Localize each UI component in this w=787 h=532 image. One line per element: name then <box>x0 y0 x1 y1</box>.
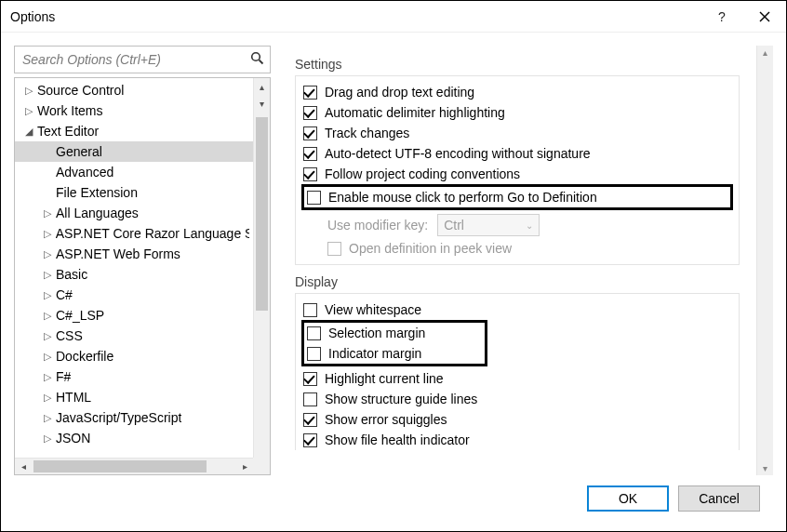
tree-item-label: General <box>56 144 102 159</box>
checkbox[interactable] <box>303 86 317 100</box>
checkbox-label: Show structure guide lines <box>325 392 477 406</box>
chevron-down-icon: ⌄ <box>526 220 533 231</box>
hscroll-thumb[interactable] <box>33 460 207 472</box>
tree-item[interactable]: ▷C#_LSP <box>15 305 253 326</box>
search-input[interactable] <box>20 51 250 68</box>
tree-item-label: HTML <box>56 390 91 405</box>
tree-item[interactable]: ▷CSS <box>15 326 253 346</box>
chevron-right-icon[interactable]: ▷ <box>41 392 54 404</box>
chevron-right-icon[interactable]: ▷ <box>41 351 54 363</box>
checkbox-row: Selection margin <box>307 323 482 343</box>
checkbox-label: Enable mouse click to perform Go to Defi… <box>328 190 597 205</box>
settings-group: Drag and drop text editingAutomatic deli… <box>295 75 740 265</box>
tree-item-label: Work Items <box>37 103 103 118</box>
help-button[interactable]: ? <box>700 1 743 33</box>
scroll-up-icon[interactable]: ▴ <box>763 47 767 58</box>
checkbox[interactable] <box>307 347 321 361</box>
scroll-right-icon[interactable]: ▸ <box>236 459 253 474</box>
tree-item[interactable]: ▷Source Control <box>15 80 253 100</box>
tree-item[interactable]: ◢Text Editor <box>15 121 253 141</box>
window-title: Options <box>10 9 700 24</box>
checkbox-label: Auto-detect UTF-8 encoding without signa… <box>325 146 591 161</box>
dialog-footer: OK Cancel <box>14 475 773 522</box>
chevron-right-icon[interactable]: ▷ <box>41 432 54 445</box>
chevron-down-icon[interactable]: ◢ <box>22 126 35 138</box>
svg-point-2 <box>252 53 260 61</box>
checkbox-row: View whitespace <box>301 299 733 320</box>
modifier-key-row: Use modifier key:Ctrl⌄ <box>301 212 733 238</box>
checkbox[interactable] <box>307 191 321 205</box>
checkbox[interactable] <box>303 433 317 447</box>
chevron-right-icon[interactable]: ▷ <box>41 412 54 424</box>
chevron-right-icon[interactable]: ▷ <box>41 228 54 240</box>
tree-horizontal-scrollbar[interactable]: ◂ ▸ <box>15 458 253 474</box>
tree-item[interactable]: General <box>15 141 253 162</box>
scroll-down-icon[interactable]: ▾ <box>763 463 767 473</box>
tree-vertical-scrollbar[interactable]: ▴ ▾ <box>253 78 270 458</box>
checkbox-label: Show file health indicator <box>325 432 470 447</box>
tree-item[interactable]: ▷ASP.NET Web Forms <box>15 244 253 264</box>
checkbox-row: Track changes <box>301 123 733 143</box>
tree-item[interactable]: ▷JSON <box>15 428 253 448</box>
checkbox-row: Automatic delimiter highlighting <box>301 102 733 123</box>
checkbox-label: Automatic delimiter highlighting <box>325 105 505 120</box>
checkbox[interactable] <box>303 372 317 386</box>
checkbox-label: Highlight current line <box>325 371 444 386</box>
checkbox[interactable] <box>303 126 317 140</box>
checkbox[interactable] <box>303 106 317 120</box>
checkbox[interactable] <box>303 147 317 161</box>
tree-item[interactable]: ▷Work Items <box>15 100 253 121</box>
checkbox[interactable] <box>303 303 317 317</box>
tree-item[interactable]: ▷ASP.NET Core Razor Language S <box>15 223 253 244</box>
panel-vertical-scrollbar[interactable]: ▴ ▾ <box>756 46 773 475</box>
tree-item[interactable]: ▷C# <box>15 285 253 305</box>
chevron-right-icon[interactable]: ▷ <box>41 207 54 219</box>
chevron-right-icon[interactable]: ▷ <box>41 289 54 301</box>
modifier-key-combo: Ctrl⌄ <box>437 214 540 236</box>
chevron-right-icon[interactable]: ▷ <box>41 330 54 342</box>
checkbox-row: Enable mouse click to perform Go to Defi… <box>307 187 727 207</box>
tree-item-label: Dockerfile <box>56 349 113 364</box>
checkbox[interactable] <box>303 167 317 181</box>
tree-item[interactable]: ▷All Languages <box>15 203 253 223</box>
tree-item[interactable]: ▷F# <box>15 366 253 387</box>
search-icon <box>250 51 264 68</box>
chevron-right-icon[interactable]: ▷ <box>22 105 35 117</box>
close-button[interactable] <box>743 1 786 33</box>
tree-item[interactable]: ▷JavaScript/TypeScript <box>15 407 253 428</box>
scroll-up-icon[interactable]: ▴ <box>254 78 270 95</box>
tree-item-label: Advanced <box>56 165 113 180</box>
tree-item[interactable]: File Extension <box>15 182 253 203</box>
chevron-right-icon[interactable]: ▷ <box>41 371 54 383</box>
ok-button[interactable]: OK <box>587 485 669 512</box>
tree-item[interactable]: ▷HTML <box>15 387 253 407</box>
chevron-right-icon[interactable]: ▷ <box>41 310 54 322</box>
checkbox[interactable] <box>307 326 321 340</box>
checkbox-label: Open definition in peek view <box>349 241 512 256</box>
search-box[interactable] <box>14 46 271 73</box>
modifier-key-label: Use modifier key: <box>327 218 428 233</box>
checkbox-row: Auto-detect UTF-8 encoding without signa… <box>301 143 733 164</box>
chevron-right-icon[interactable]: ▷ <box>41 269 54 281</box>
tree-item-label: Text Editor <box>37 124 99 139</box>
cancel-button[interactable]: Cancel <box>678 485 760 512</box>
checkbox-label: Follow project coding conventions <box>325 166 520 181</box>
settings-group-title: Settings <box>295 57 740 72</box>
tree-item[interactable]: ▷Basic <box>15 264 253 285</box>
chevron-right-icon[interactable]: ▷ <box>22 85 35 97</box>
highlighted-option: Enable mouse click to perform Go to Defi… <box>301 184 733 210</box>
checkbox[interactable] <box>303 392 317 406</box>
tree-item[interactable]: ▷Dockerfile <box>15 346 253 366</box>
category-tree: ▷Source Control▷Work Items◢Text EditorGe… <box>14 77 271 475</box>
svg-line-3 <box>260 60 263 64</box>
chevron-right-icon[interactable]: ▷ <box>41 248 54 260</box>
scroll-left-icon[interactable]: ◂ <box>15 459 32 474</box>
tree-item-label: C# <box>56 287 73 302</box>
tree-item[interactable]: Advanced <box>15 162 253 182</box>
checkbox-label: Indicator margin <box>328 346 421 361</box>
checkbox[interactable] <box>303 413 317 427</box>
scroll-thumb[interactable] <box>256 117 268 311</box>
tree-item-label: CSS <box>56 328 83 343</box>
highlighted-option: Selection marginIndicator margin <box>301 320 487 366</box>
checkbox-row: Drag and drop text editing <box>301 82 733 102</box>
